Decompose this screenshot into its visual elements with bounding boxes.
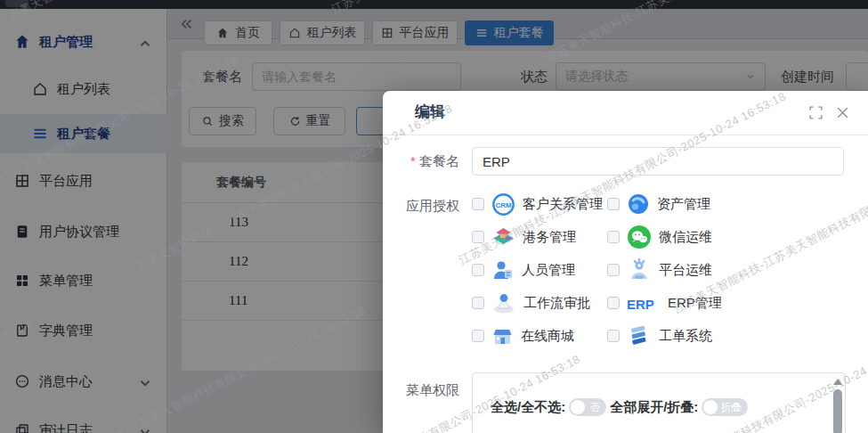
checkbox[interactable] <box>607 264 620 276</box>
app-option-port[interactable]: 港务管理 <box>472 225 607 249</box>
scrollbar-thumb[interactable] <box>833 389 842 433</box>
package-name-field-label: 套餐名 <box>392 152 459 170</box>
edit-dialog: 编辑 套餐名 应用授权 CRM 客户关系管理 资产管理 港务管理 <box>383 91 868 433</box>
erp-logo-icon: ERP <box>627 291 661 315</box>
expand-collapse-toggle[interactable]: 折叠 <box>702 398 748 416</box>
checkbox[interactable] <box>472 264 484 276</box>
checkbox[interactable] <box>607 231 620 243</box>
dialog-header: 编辑 <box>383 91 868 135</box>
checkbox[interactable] <box>607 330 620 342</box>
toggle-state-text: 折叠 <box>720 400 742 415</box>
app-option-personnel[interactable]: 人员管理 <box>472 257 607 282</box>
menu-tree-controls: 全选/全不选: 否 全部展开/折叠: 折叠 <box>491 398 748 416</box>
svg-text:CRM: CRM <box>495 201 512 209</box>
online-mall-icon <box>491 325 514 347</box>
app-option-erp[interactable]: ERP ERP管理 <box>607 290 722 315</box>
app-option-wechat[interactable]: 微信运维 <box>607 225 722 249</box>
menu-permission-label: 菜单权限 <box>392 381 459 399</box>
app-option-work-order[interactable]: 工单系统 <box>607 323 722 348</box>
crm-icon: CRM <box>491 192 515 216</box>
port-icon <box>491 225 515 249</box>
app-option-online-mall[interactable]: 在线商城 <box>472 323 607 348</box>
scrollbar[interactable] <box>831 377 843 433</box>
checkbox[interactable] <box>472 297 484 309</box>
personnel-icon <box>491 258 515 282</box>
toggle-state-text: 否 <box>589 400 600 415</box>
app-auth-grid: CRM 客户关系管理 资产管理 港务管理 微信运维 人员 <box>472 192 722 348</box>
package-name-field-input[interactable] <box>472 147 844 176</box>
checkbox[interactable] <box>472 231 484 243</box>
app-option-crm[interactable]: CRM 客户关系管理 <box>472 192 607 216</box>
fullscreen-icon[interactable] <box>808 105 823 120</box>
checkbox[interactable] <box>607 198 620 210</box>
checkbox[interactable] <box>607 297 620 309</box>
work-order-icon <box>627 324 652 348</box>
wechat-icon <box>627 225 652 249</box>
platform-ops-icon <box>627 257 652 282</box>
svg-text:ERP: ERP <box>627 297 654 312</box>
app-option-asset[interactable]: 资产管理 <box>607 192 722 216</box>
select-all-label: 全选/全不选: <box>491 399 565 416</box>
menu-permission-tree-box: 全选/全不选: 否 全部展开/折叠: 折叠 <box>472 372 846 433</box>
app-option-platform-ops[interactable]: 平台运维 <box>607 257 722 282</box>
workflow-icon <box>491 291 516 315</box>
asset-icon <box>627 192 650 216</box>
dialog-title: 编辑 <box>415 102 445 122</box>
expand-collapse-label: 全部展开/折叠: <box>610 399 698 416</box>
scroll-up-arrow-icon[interactable] <box>833 379 842 385</box>
app-option-workflow[interactable]: 工作流审批 <box>472 290 607 315</box>
select-all-toggle[interactable]: 否 <box>569 398 606 416</box>
app-auth-label: 应用授权 <box>392 197 459 215</box>
checkbox[interactable] <box>472 198 484 210</box>
checkbox[interactable] <box>472 330 484 342</box>
close-icon[interactable] <box>835 105 850 120</box>
